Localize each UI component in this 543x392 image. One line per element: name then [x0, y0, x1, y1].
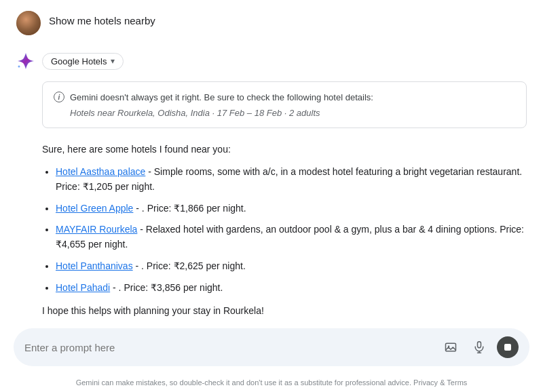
gemini-header: Google Hotels ▾ [16, 52, 527, 71]
user-message: Show me hotels nearby [16, 11, 527, 35]
list-item: MAYFAIR Rourkela - Relaxed hotel with ga… [56, 222, 527, 252]
user-message-text: Show me hotels nearby [49, 11, 155, 26]
hotel-link-mayfair[interactable]: MAYFAIR Rourkela [56, 224, 137, 235]
image-icon [444, 340, 457, 354]
hotel-link-green-apple[interactable]: Hotel Green Apple [56, 203, 133, 214]
response-intro: Sure, here are some hotels I found near … [42, 142, 527, 157]
google-hotels-badge[interactable]: Google Hotels ▾ [42, 53, 124, 70]
svg-point-0 [18, 66, 20, 68]
list-item: Hotel Green Apple - . Price: ₹1,866 per … [56, 201, 527, 216]
prompt-input[interactable] [24, 342, 433, 353]
stop-button[interactable] [497, 336, 519, 358]
hotel-desc-panthanivas: - . Price: ₹2,625 per night. [136, 260, 246, 271]
list-item: Hotel Aasthaa palace - Simple rooms, som… [56, 165, 527, 194]
info-warning-text: Gemini doesn't always get it right. Be s… [70, 92, 373, 102]
response-body: Sure, here are some hotels I found near … [42, 142, 527, 319]
hotel-list: Hotel Aasthaa palace - Simple rooms, som… [42, 165, 527, 295]
stop-icon [504, 344, 511, 351]
info-detail-text: Hotels near Rourkela, Odisha, India · 17… [70, 108, 515, 118]
hotel-link-pahadi[interactable]: Hotel Pahadi [56, 282, 110, 293]
input-bar [0, 321, 543, 376]
footer-disclaimer: Gemini can make mistakes, so double-chec… [0, 376, 543, 392]
hotel-link-panthanivas[interactable]: Hotel Panthanivas [56, 260, 133, 271]
chat-area: Show me hotels nearby Google Hotels ▾ [0, 0, 543, 321]
gemini-response: Google Hotels ▾ i Gemini doesn't always … [16, 52, 527, 319]
info-box-header: i Gemini doesn't always get it right. Be… [54, 92, 515, 102]
microphone-icon [472, 340, 486, 354]
tool-badge-chevron: ▾ [111, 56, 115, 66]
svg-rect-4 [478, 342, 481, 348]
gemini-star-icon [16, 52, 35, 71]
image-upload-button[interactable] [440, 336, 462, 358]
input-container [14, 328, 529, 366]
response-footer: I hope this helps with planning your sta… [42, 303, 527, 318]
info-icon: i [54, 92, 64, 102]
microphone-button[interactable] [468, 336, 490, 358]
hotel-desc-pahadi: - . Price: ₹3,856 per night. [113, 282, 223, 293]
user-avatar [16, 11, 41, 35]
hotel-link-aasthaa[interactable]: Hotel Aasthaa palace [56, 166, 145, 177]
list-item: Hotel Panthanivas - . Price: ₹2,625 per … [56, 259, 527, 274]
tool-badge-label: Google Hotels [51, 56, 107, 66]
info-box: i Gemini doesn't always get it right. Be… [42, 81, 527, 128]
list-item: Hotel Pahadi - . Price: ₹3,856 per night… [56, 281, 527, 296]
hotel-desc-green-apple: - . Price: ₹1,866 per night. [136, 203, 246, 214]
